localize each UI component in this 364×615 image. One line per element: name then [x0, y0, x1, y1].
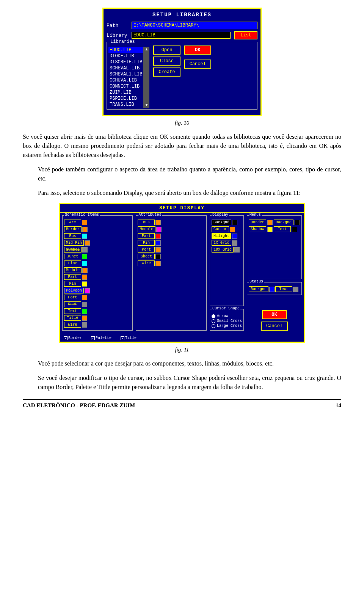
- status-backgnd: Backgnd Text: [249, 286, 300, 292]
- attr-sheet-button[interactable]: Sheet: [138, 254, 155, 259]
- display-list: Backgnd Cursor Hilight: [212, 220, 242, 253]
- list-item[interactable]: EDUC.LIB: [108, 47, 143, 53]
- library-label: Library: [107, 33, 129, 38]
- attr-part-button[interactable]: Part: [138, 233, 155, 239]
- lib-scrollbar[interactable]: ▲ ▼: [143, 47, 149, 108]
- menu-shadow-button[interactable]: Shadow: [249, 226, 266, 232]
- line-button[interactable]: Line: [64, 260, 81, 266]
- schematic-items-section: Schematic Items Arc Border Bus: [62, 215, 133, 331]
- cb-palette: ✕ Palette: [91, 336, 111, 340]
- text-button[interactable]: Text: [64, 308, 81, 314]
- status-backgnd-button[interactable]: Backgnd: [249, 286, 268, 292]
- port-color: [82, 295, 87, 300]
- radio-arrow-label[interactable]: Arrow: [217, 314, 228, 318]
- ok-button[interactable]: OK: [184, 45, 211, 55]
- paragraph-4: Você pode selecionar a cor que desejar p…: [38, 359, 341, 368]
- status-text-button[interactable]: Text: [275, 286, 292, 292]
- status-backgnd-color: [269, 287, 275, 292]
- menu-text-color: [292, 227, 297, 232]
- attr-bus-button[interactable]: Bus: [138, 220, 155, 225]
- line-color: [82, 261, 87, 266]
- attr-port-button[interactable]: Port: [138, 247, 155, 253]
- midpin-button[interactable]: Mid-Pin: [64, 240, 84, 246]
- cb-title-label: Title: [125, 336, 136, 340]
- disp-1xgrid-button[interactable]: 1X Grid: [212, 240, 231, 246]
- checkbox-row: ✕ Border ✕ Palette ✕ Title: [60, 334, 304, 342]
- cancel-button[interactable]: Cancel: [184, 60, 211, 69]
- bus-button[interactable]: Bus: [64, 233, 81, 239]
- radio-small-cross-label[interactable]: Small Cross: [217, 319, 242, 323]
- footer-left: CAD ELETRÔNICO - PROF. EDGAR ZUIM: [23, 402, 135, 409]
- cb-palette-box[interactable]: ✕: [91, 336, 95, 340]
- fig11-container: SETUP DISPLAY Schematic Items Arc Border: [23, 203, 341, 343]
- open-button[interactable]: Open: [153, 45, 180, 55]
- wire-color: [82, 322, 87, 328]
- bus-color: [82, 234, 87, 239]
- close-button[interactable]: Close: [153, 56, 180, 66]
- disp-cursor-button[interactable]: Cursor: [212, 226, 229, 232]
- menu-border: Border Backgnd: [249, 220, 300, 225]
- attr-bus: Bus: [138, 220, 204, 225]
- part-button[interactable]: Part: [64, 274, 81, 280]
- fig11-label: fig. 11: [23, 347, 341, 353]
- create-button[interactable]: Create: [153, 67, 180, 77]
- radio-large-cross-dot: [212, 324, 215, 328]
- port-button[interactable]: Port: [64, 295, 81, 300]
- list-item[interactable]: DIODE.LIB: [108, 53, 143, 59]
- scroll-up-icon[interactable]: ▲: [145, 47, 147, 52]
- attr-wire-button[interactable]: Wire: [138, 260, 155, 266]
- junct-button[interactable]: Junct: [64, 254, 81, 259]
- border-button[interactable]: Border: [64, 226, 82, 232]
- fig10-label: fig. 10: [23, 120, 341, 126]
- menus-legend: Menus: [249, 213, 262, 217]
- part-color: [82, 275, 87, 280]
- display-ok-button[interactable]: OK: [262, 310, 287, 319]
- wire-button[interactable]: Wire: [64, 322, 81, 328]
- rcet-color: [82, 302, 87, 307]
- attr-part: Part: [138, 233, 204, 239]
- list-item[interactable]: PSPICE.LIB: [108, 96, 143, 102]
- libraries-legend: Libraries: [109, 39, 136, 44]
- action-buttons: Open Close Create: [153, 45, 180, 77]
- disp-10xgrid-button[interactable]: 10X Grid: [212, 247, 234, 253]
- item-pin: Pin: [64, 281, 131, 287]
- cb-border-box[interactable]: ✕: [64, 336, 67, 340]
- list-item[interactable]: CONNECT.LIB: [108, 83, 143, 89]
- list-item[interactable]: CCHUVA.LIB: [108, 77, 143, 83]
- library-input[interactable]: EDUC.LIB: [132, 32, 231, 39]
- attr-module-button[interactable]: Module: [138, 226, 155, 232]
- list-button[interactable]: List: [234, 31, 257, 39]
- symbol-button[interactable]: Symbol: [64, 247, 82, 253]
- list-item[interactable]: TRANS.LIB: [108, 102, 143, 108]
- radio-large-cross-label[interactable]: Large Cross: [217, 324, 242, 328]
- list-item[interactable]: ZUIM.LIB: [108, 89, 143, 96]
- pin-button[interactable]: Pin: [64, 281, 81, 287]
- display-cancel-button[interactable]: Cancel: [261, 322, 288, 331]
- path-input[interactable]: E:\TANGO\SCHEMA\LIBRARY\: [132, 22, 257, 29]
- list-item[interactable]: SCHEVAL1.LIB: [108, 71, 143, 77]
- cb-title-box[interactable]: ✕: [121, 336, 124, 340]
- title-button[interactable]: Title: [64, 315, 81, 321]
- attr-module: Module: [138, 226, 204, 232]
- attr-pin-button[interactable]: Pin: [138, 240, 155, 246]
- scroll-down-icon[interactable]: ▼: [145, 103, 147, 107]
- menu-backgnd-button[interactable]: Backgnd: [274, 220, 293, 225]
- lib-list-container: EDUC.LIB DIODE.LIB DISCRETE.LIB SCHEVAL.…: [108, 47, 149, 108]
- list-item[interactable]: DISCRETE.LIB: [108, 59, 143, 65]
- disp-hilight-button[interactable]: Hilight: [212, 233, 231, 239]
- menu-text-button[interactable]: Text: [274, 226, 291, 232]
- paragraph-1: Se você quiser abrir mais de uma bibliot…: [23, 132, 341, 160]
- menu-border-button[interactable]: Border: [249, 220, 266, 225]
- footer-right: 14: [336, 402, 341, 409]
- disp-backgnd-button[interactable]: Backgnd: [212, 220, 231, 225]
- item-symbol: Symbol: [64, 247, 131, 253]
- cb-palette-label: Palette: [96, 336, 111, 340]
- list-item[interactable]: SCHEVAL.LIB: [108, 65, 143, 71]
- display-section: Display Backgnd Cursor Hilight: [210, 215, 244, 306]
- path-row: Path E:\TANGO\SCHEMA\LIBRARY\: [107, 22, 257, 29]
- page-footer: CAD ELETRÔNICO - PROF. EDGAR ZUIM 14: [23, 399, 341, 409]
- arc-button[interactable]: Arc: [64, 220, 81, 225]
- rcet-button[interactable]: Rcet: [64, 301, 81, 307]
- polygon-button[interactable]: Polygon: [64, 288, 84, 293]
- module-button[interactable]: Module: [64, 267, 82, 273]
